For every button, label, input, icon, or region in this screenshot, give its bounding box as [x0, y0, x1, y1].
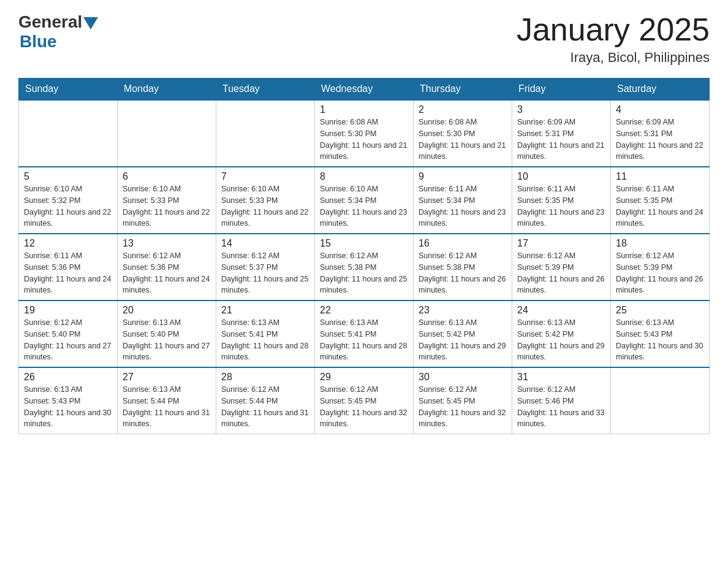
day-info: Sunrise: 6:13 AMSunset: 5:44 PMDaylight:…: [123, 384, 211, 430]
day-number: 3: [517, 104, 605, 115]
day-info: Sunrise: 6:12 AMSunset: 5:44 PMDaylight:…: [221, 384, 309, 430]
day-number: 2: [419, 104, 507, 115]
calendar-cell: 9Sunrise: 6:11 AMSunset: 5:34 PMDaylight…: [414, 167, 512, 234]
calendar-cell: 15Sunrise: 6:12 AMSunset: 5:38 PMDayligh…: [315, 234, 414, 301]
day-number: 27: [123, 372, 211, 383]
calendar-cell: 4Sunrise: 6:09 AMSunset: 5:31 PMDaylight…: [611, 100, 710, 167]
calendar-cell: 25Sunrise: 6:13 AMSunset: 5:43 PMDayligh…: [611, 301, 710, 367]
calendar-cell: 1Sunrise: 6:08 AMSunset: 5:30 PMDaylight…: [315, 100, 414, 167]
day-info: Sunrise: 6:12 AMSunset: 5:39 PMDaylight:…: [517, 250, 605, 296]
calendar-cell: 26Sunrise: 6:13 AMSunset: 5:43 PMDayligh…: [19, 367, 118, 434]
day-info: Sunrise: 6:13 AMSunset: 5:43 PMDaylight:…: [616, 317, 704, 363]
calendar-cell: 23Sunrise: 6:13 AMSunset: 5:42 PMDayligh…: [414, 301, 512, 367]
day-info: Sunrise: 6:09 AMSunset: 5:31 PMDaylight:…: [616, 117, 704, 163]
day-info: Sunrise: 6:13 AMSunset: 5:42 PMDaylight:…: [517, 317, 605, 363]
day-info: Sunrise: 6:12 AMSunset: 5:39 PMDaylight:…: [616, 250, 704, 296]
calendar-cell: [611, 367, 710, 434]
week-row-2: 5Sunrise: 6:10 AMSunset: 5:32 PMDaylight…: [19, 167, 710, 234]
calendar-cell: 17Sunrise: 6:12 AMSunset: 5:39 PMDayligh…: [512, 234, 611, 301]
week-row-4: 19Sunrise: 6:12 AMSunset: 5:40 PMDayligh…: [19, 301, 710, 367]
day-number: 14: [221, 238, 309, 249]
day-number: 11: [616, 171, 704, 182]
day-number: 24: [517, 305, 605, 316]
day-info: Sunrise: 6:13 AMSunset: 5:40 PMDaylight:…: [123, 317, 211, 363]
month-title: January 2025: [517, 12, 710, 47]
logo-blue-part: [82, 15, 98, 29]
calendar-cell: 14Sunrise: 6:12 AMSunset: 5:37 PMDayligh…: [216, 234, 315, 301]
calendar-header-saturday: Saturday: [611, 79, 710, 101]
calendar-header-friday: Friday: [512, 79, 611, 101]
day-info: Sunrise: 6:12 AMSunset: 5:36 PMDaylight:…: [123, 250, 211, 296]
calendar-cell: 18Sunrise: 6:12 AMSunset: 5:39 PMDayligh…: [611, 234, 710, 301]
day-info: Sunrise: 6:08 AMSunset: 5:30 PMDaylight:…: [419, 117, 507, 163]
day-number: 26: [24, 372, 112, 383]
calendar-cell: 31Sunrise: 6:12 AMSunset: 5:46 PMDayligh…: [512, 367, 611, 434]
day-info: Sunrise: 6:13 AMSunset: 5:41 PMDaylight:…: [221, 317, 309, 363]
day-number: 12: [24, 238, 112, 249]
calendar-cell: 12Sunrise: 6:11 AMSunset: 5:36 PMDayligh…: [19, 234, 118, 301]
calendar-header-row: SundayMondayTuesdayWednesdayThursdayFrid…: [19, 79, 710, 101]
page-header: General Blue January 2025 Iraya, Bicol, …: [18, 12, 710, 66]
week-row-3: 12Sunrise: 6:11 AMSunset: 5:36 PMDayligh…: [19, 234, 710, 301]
logo: General Blue: [18, 12, 98, 52]
day-number: 7: [221, 171, 309, 182]
calendar-cell: 13Sunrise: 6:12 AMSunset: 5:36 PMDayligh…: [118, 234, 216, 301]
calendar-cell: 16Sunrise: 6:12 AMSunset: 5:38 PMDayligh…: [414, 234, 512, 301]
day-info: Sunrise: 6:12 AMSunset: 5:38 PMDaylight:…: [419, 250, 507, 296]
day-number: 9: [419, 171, 507, 182]
day-info: Sunrise: 6:12 AMSunset: 5:38 PMDaylight:…: [320, 250, 408, 296]
calendar-cell: 2Sunrise: 6:08 AMSunset: 5:30 PMDaylight…: [414, 100, 512, 167]
day-number: 28: [221, 372, 309, 383]
calendar-table: SundayMondayTuesdayWednesdayThursdayFrid…: [18, 78, 710, 434]
day-number: 15: [320, 238, 408, 249]
calendar-cell: 30Sunrise: 6:12 AMSunset: 5:45 PMDayligh…: [414, 367, 512, 434]
day-number: 31: [517, 372, 605, 383]
day-info: Sunrise: 6:11 AMSunset: 5:35 PMDaylight:…: [616, 183, 704, 229]
day-number: 5: [24, 171, 112, 182]
calendar-header-tuesday: Tuesday: [216, 79, 315, 101]
day-info: Sunrise: 6:10 AMSunset: 5:34 PMDaylight:…: [320, 183, 408, 229]
logo-general-text: General: [18, 12, 82, 32]
location-text: Iraya, Bicol, Philippines: [517, 50, 710, 66]
day-number: 20: [123, 305, 211, 316]
day-info: Sunrise: 6:09 AMSunset: 5:31 PMDaylight:…: [517, 117, 605, 163]
day-info: Sunrise: 6:10 AMSunset: 5:32 PMDaylight:…: [24, 183, 112, 229]
calendar-cell: 29Sunrise: 6:12 AMSunset: 5:45 PMDayligh…: [315, 367, 414, 434]
calendar-cell: [19, 100, 118, 167]
day-number: 17: [517, 238, 605, 249]
day-info: Sunrise: 6:08 AMSunset: 5:30 PMDaylight:…: [320, 117, 408, 163]
calendar-cell: 5Sunrise: 6:10 AMSunset: 5:32 PMDaylight…: [19, 167, 118, 234]
day-number: 30: [419, 372, 507, 383]
day-number: 29: [320, 372, 408, 383]
day-number: 16: [419, 238, 507, 249]
calendar-cell: 27Sunrise: 6:13 AMSunset: 5:44 PMDayligh…: [118, 367, 216, 434]
title-area: January 2025 Iraya, Bicol, Philippines: [517, 12, 710, 66]
day-number: 18: [616, 238, 704, 249]
calendar-cell: 22Sunrise: 6:13 AMSunset: 5:41 PMDayligh…: [315, 301, 414, 367]
day-info: Sunrise: 6:10 AMSunset: 5:33 PMDaylight:…: [221, 183, 309, 229]
day-number: 10: [517, 171, 605, 182]
calendar-header-thursday: Thursday: [414, 79, 512, 101]
day-info: Sunrise: 6:13 AMSunset: 5:43 PMDaylight:…: [24, 384, 112, 430]
day-number: 19: [24, 305, 112, 316]
calendar-cell: 20Sunrise: 6:13 AMSunset: 5:40 PMDayligh…: [118, 301, 216, 367]
day-number: 6: [123, 171, 211, 182]
calendar-cell: 3Sunrise: 6:09 AMSunset: 5:31 PMDaylight…: [512, 100, 611, 167]
day-info: Sunrise: 6:12 AMSunset: 5:40 PMDaylight:…: [24, 317, 112, 363]
day-number: 13: [123, 238, 211, 249]
day-number: 4: [616, 104, 704, 115]
day-info: Sunrise: 6:12 AMSunset: 5:45 PMDaylight:…: [419, 384, 507, 430]
day-info: Sunrise: 6:11 AMSunset: 5:36 PMDaylight:…: [24, 250, 112, 296]
calendar-cell: 19Sunrise: 6:12 AMSunset: 5:40 PMDayligh…: [19, 301, 118, 367]
week-row-5: 26Sunrise: 6:13 AMSunset: 5:43 PMDayligh…: [19, 367, 710, 434]
calendar-cell: 8Sunrise: 6:10 AMSunset: 5:34 PMDaylight…: [315, 167, 414, 234]
day-info: Sunrise: 6:12 AMSunset: 5:46 PMDaylight:…: [517, 384, 605, 430]
calendar-cell: [118, 100, 216, 167]
day-number: 8: [320, 171, 408, 182]
calendar-cell: 28Sunrise: 6:12 AMSunset: 5:44 PMDayligh…: [216, 367, 315, 434]
calendar-cell: 21Sunrise: 6:13 AMSunset: 5:41 PMDayligh…: [216, 301, 315, 367]
calendar-cell: 24Sunrise: 6:13 AMSunset: 5:42 PMDayligh…: [512, 301, 611, 367]
day-info: Sunrise: 6:10 AMSunset: 5:33 PMDaylight:…: [123, 183, 211, 229]
day-info: Sunrise: 6:12 AMSunset: 5:37 PMDaylight:…: [221, 250, 309, 296]
week-row-1: 1Sunrise: 6:08 AMSunset: 5:30 PMDaylight…: [19, 100, 710, 167]
